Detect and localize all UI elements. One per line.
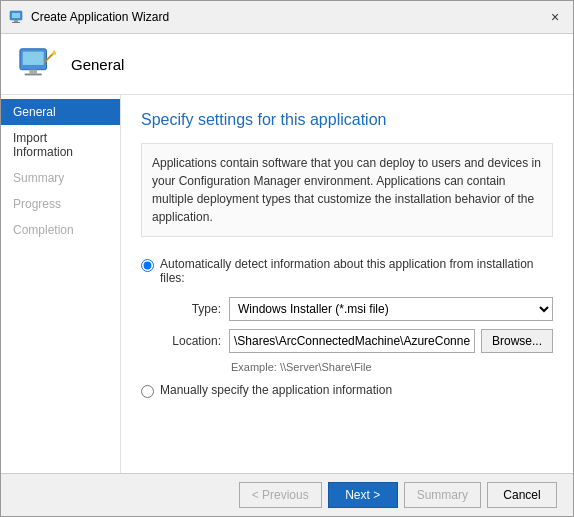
manual-radio[interactable] bbox=[141, 385, 154, 398]
auto-detect-option: Automatically detect information about t… bbox=[141, 257, 553, 285]
svg-rect-7 bbox=[25, 74, 42, 76]
form-grid: Type: Windows Installer (*.msi file) Scr… bbox=[161, 297, 553, 373]
svg-rect-3 bbox=[12, 22, 20, 23]
main-title: Specify settings for this application bbox=[141, 111, 553, 129]
option-group: Automatically detect information about t… bbox=[141, 257, 553, 398]
manual-option: Manually specify the application informa… bbox=[141, 383, 553, 398]
header-title: General bbox=[71, 56, 124, 73]
title-bar-left: Create Application Wizard bbox=[9, 9, 169, 25]
type-label: Type: bbox=[161, 302, 221, 316]
sidebar: General Import Information Summary Progr… bbox=[1, 95, 121, 473]
cancel-button[interactable]: Cancel bbox=[487, 482, 557, 508]
content-area: General Import Information Summary Progr… bbox=[1, 95, 573, 473]
type-select[interactable]: Windows Installer (*.msi file) Script In… bbox=[229, 297, 553, 321]
next-button[interactable]: Next > bbox=[328, 482, 398, 508]
location-row: Location: Browse... bbox=[161, 329, 553, 353]
location-control-wrap: Browse... bbox=[229, 329, 553, 353]
sidebar-item-completion: Completion bbox=[1, 217, 120, 243]
title-bar: Create Application Wizard × bbox=[1, 1, 573, 34]
footer: < Previous Next > Summary Cancel bbox=[1, 473, 573, 516]
location-label: Location: bbox=[161, 334, 221, 348]
svg-rect-6 bbox=[29, 70, 37, 74]
wizard-icon bbox=[9, 9, 25, 25]
header-icon-box bbox=[17, 44, 57, 84]
sidebar-item-summary: Summary bbox=[1, 165, 120, 191]
close-button[interactable]: × bbox=[545, 7, 565, 27]
auto-detect-label[interactable]: Automatically detect information about t… bbox=[160, 257, 553, 285]
browse-button[interactable]: Browse... bbox=[481, 329, 553, 353]
example-text: Example: \\Server\Share\File bbox=[231, 361, 553, 373]
title-bar-text: Create Application Wizard bbox=[31, 10, 169, 24]
manual-label[interactable]: Manually specify the application informa… bbox=[160, 383, 392, 397]
sidebar-item-progress: Progress bbox=[1, 191, 120, 217]
svg-rect-2 bbox=[14, 20, 18, 22]
svg-rect-1 bbox=[12, 13, 20, 18]
svg-marker-9 bbox=[51, 50, 56, 55]
main-content: Specify settings for this application Ap… bbox=[121, 95, 573, 473]
wizard-window: Create Application Wizard × General Gene… bbox=[0, 0, 574, 517]
location-input[interactable] bbox=[229, 329, 475, 353]
type-control-wrap: Windows Installer (*.msi file) Script In… bbox=[229, 297, 553, 321]
auto-detect-radio[interactable] bbox=[141, 259, 154, 272]
description-text: Applications contain software that you c… bbox=[141, 143, 553, 237]
sidebar-item-import[interactable]: Import Information bbox=[1, 125, 120, 165]
previous-button[interactable]: < Previous bbox=[239, 482, 322, 508]
type-row: Type: Windows Installer (*.msi file) Scr… bbox=[161, 297, 553, 321]
header-icon bbox=[18, 45, 56, 83]
header-area: General bbox=[1, 34, 573, 95]
svg-rect-5 bbox=[23, 52, 44, 65]
summary-button[interactable]: Summary bbox=[404, 482, 481, 508]
sidebar-item-general[interactable]: General bbox=[1, 99, 120, 125]
